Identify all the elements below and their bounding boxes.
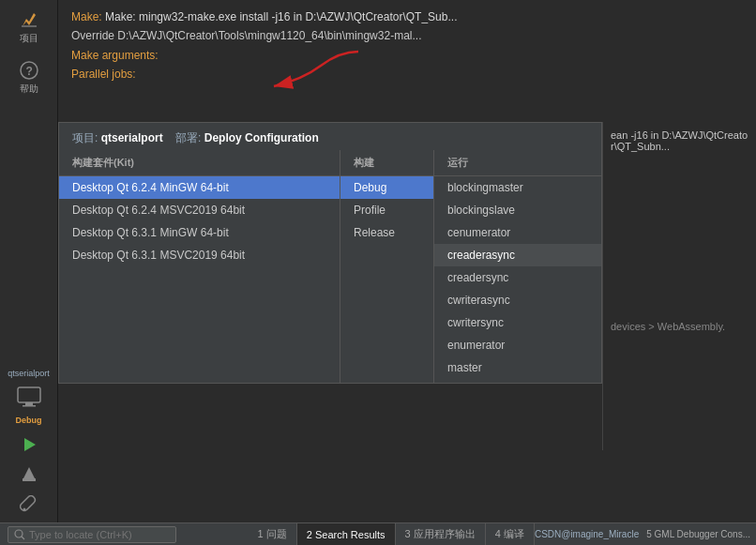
make-label: Make: — [71, 10, 105, 23]
run-item-8[interactable]: enumerator — [434, 334, 601, 356]
run-item-6[interactable]: cwriterasync — [434, 289, 601, 311]
kit-column: 构建套件(Kit) Desktop Qt 6.2.4 MinGW 64-bit … — [59, 150, 340, 383]
run-list: blockingmaster blockingslave cenumerator… — [434, 176, 601, 383]
svg-point-11 — [15, 530, 23, 537]
status-bar: 1 问题 2 Search Results 3 应用程序输出 4 编译 CSDN… — [0, 522, 756, 545]
project-name-label: qtserialport — [8, 369, 50, 378]
svg-rect-3 — [18, 387, 40, 402]
svg-marker-6 — [24, 438, 36, 451]
run-column: 运行 blockingmaster blockingslave cenumera… — [434, 150, 601, 383]
tab-problems[interactable]: 1 问题 — [249, 523, 297, 546]
run-item-10[interactable]: qserialport — [434, 379, 601, 383]
build-button[interactable] — [8, 461, 51, 489]
help-label: 帮助 — [20, 83, 38, 96]
panel-header: 项目: qtserialport 部署: Deploy Configuratio… — [59, 123, 601, 150]
columns-container: 构建套件(Kit) Desktop Qt 6.2.4 MinGW 64-bit … — [59, 150, 601, 383]
kit-item-2[interactable]: Desktop Qt 6.2.4 MSVC2019 64bit — [59, 199, 340, 221]
run-item-3[interactable]: cenumerator — [434, 221, 601, 244]
locate-input[interactable] — [29, 529, 170, 540]
kit-item-3[interactable]: Desktop Qt 6.3.1 MinGW 64-bit — [59, 221, 340, 244]
kit-item-1[interactable]: Desktop Qt 6.2.4 MinGW 64-bit — [59, 176, 340, 199]
kit-mode-label: Debug — [16, 416, 42, 425]
make-value: Make: mingw32-make.exe install -j16 in D… — [105, 10, 457, 23]
build-item-debug[interactable]: Debug — [340, 176, 433, 199]
run-button[interactable] — [8, 431, 51, 459]
deploy-label: 部署: — [175, 131, 201, 144]
svg-rect-7 — [23, 478, 36, 481]
csdn-label: CSDN@imagine_Miracle — [535, 529, 639, 539]
tools-button[interactable] — [8, 491, 51, 519]
build-list: Debug Profile Release — [340, 176, 433, 244]
project-value: qtserialport — [101, 131, 163, 144]
status-bar-right: CSDN@imagine_Miracle 5 GML Debugger Cons… — [535, 529, 756, 539]
parallel-jobs-line: Parallel jobs: — [71, 65, 743, 83]
search-box[interactable] — [8, 526, 176, 543]
svg-marker-8 — [23, 467, 35, 478]
svg-rect-4 — [25, 402, 33, 405]
build-item-release[interactable]: Release — [340, 221, 433, 244]
sidebar-item-project[interactable]: 项目 — [8, 6, 51, 49]
make-arguments-label: Make arguments: — [71, 49, 159, 62]
run-item-4[interactable]: creaderasync — [434, 244, 601, 266]
kit-selector-panel: 项目: qtserialport 部署: Deploy Configuratio… — [58, 122, 602, 384]
svg-rect-0 — [22, 25, 37, 27]
run-item-1[interactable]: blockingmaster — [434, 176, 601, 199]
project-label: 项目 — [20, 32, 38, 45]
monitor-icon — [14, 382, 44, 412]
right-panel: ean -j16 in D:\AZWJ\QtCreator\QT_Subn...… — [602, 122, 756, 450]
status-tabs: 1 问题 2 Search Results 3 应用程序输出 4 编译 — [249, 523, 535, 546]
make-arguments-line: Make arguments: — [71, 46, 743, 65]
run-item-5[interactable]: creadersync — [434, 266, 601, 289]
override-value: Override D:\AZWJ\QtCreator\Tools\mingw11… — [71, 29, 421, 42]
tab-compile[interactable]: 4 编译 — [486, 523, 535, 546]
svg-line-12 — [22, 537, 24, 539]
search-icon — [14, 529, 25, 540]
webassembly-hint: devices > WebAssembly. — [611, 321, 748, 332]
build-column: 构建 Debug Profile Release — [340, 150, 434, 383]
kit-device-section: qtserialport Debug — [8, 369, 50, 425]
kit-list: Desktop Qt 6.2.4 MinGW 64-bit Desktop Qt… — [59, 176, 340, 266]
tab-app-output[interactable]: 3 应用程序输出 — [396, 523, 486, 546]
svg-point-9 — [23, 508, 25, 511]
parallel-jobs-label: Parallel jobs: — [71, 68, 136, 81]
run-item-9[interactable]: master — [434, 356, 601, 379]
project-label: 项目: — [72, 131, 98, 144]
make-line: Make: Make: mingw32-make.exe install -j1… — [71, 8, 743, 26]
build-item-profile[interactable]: Profile — [340, 199, 433, 221]
run-column-header: 运行 — [434, 150, 601, 176]
status-bar-left — [0, 526, 249, 543]
tab-search-results[interactable]: 2 Search Results — [297, 523, 396, 546]
svg-text:?: ? — [25, 65, 32, 78]
debugger-label: 5 GML Debugger Cons... — [646, 529, 750, 539]
main-area: Make: Make: mingw32-make.exe install -j1… — [58, 0, 756, 545]
svg-rect-5 — [23, 405, 36, 407]
override-line: Override D:\AZWJ\QtCreator\Tools\mingw11… — [71, 26, 743, 45]
right-panel-text: ean -j16 in D:\AZWJ\QtCreator\QT_Subn... — [611, 129, 748, 152]
sidebar-item-help[interactable]: ? 帮助 — [8, 56, 51, 99]
kit-item-4[interactable]: Desktop Qt 6.3.1 MSVC2019 64bit — [59, 244, 340, 266]
run-item-2[interactable]: blockingslave — [434, 199, 601, 221]
top-text-area: Make: Make: mingw32-make.exe install -j1… — [58, 0, 756, 122]
kit-column-header: 构建套件(Kit) — [59, 150, 340, 176]
run-item-7[interactable]: cwritersync — [434, 311, 601, 334]
deploy-value: Deploy Configuration — [204, 131, 319, 144]
sidebar: 项目 ? 帮助 qtserialport Debug — [0, 0, 58, 545]
build-column-header: 构建 — [340, 150, 433, 176]
